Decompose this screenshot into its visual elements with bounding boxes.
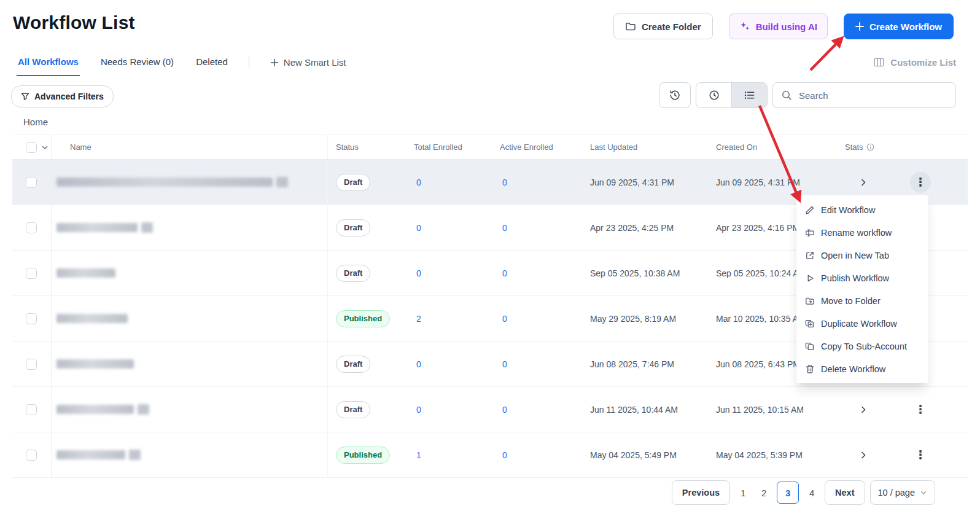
total-enrolled-link[interactable]: 1: [416, 450, 421, 460]
next-page-button[interactable]: Next: [825, 480, 865, 505]
advanced-filters-button[interactable]: Advanced Filters: [11, 85, 114, 107]
redacted-name: [56, 268, 115, 278]
column-active-enrolled: Active Enrolled: [495, 142, 584, 152]
columns-icon: [873, 57, 885, 68]
menu-item-open-new-tab[interactable]: Open in New Tab: [796, 244, 928, 267]
build-using-ai-button[interactable]: Build using AI: [729, 14, 828, 39]
row-checkbox[interactable]: [26, 222, 37, 233]
row-checkbox[interactable]: [26, 177, 37, 188]
redacted-name: [56, 178, 273, 187]
previous-page-button[interactable]: Previous: [672, 480, 730, 505]
breadcrumb[interactable]: Home: [23, 117, 48, 127]
header-actions: Create Folder Build using AI Create Work…: [613, 14, 954, 39]
table-row[interactable]: Published 1 0 May 04 2025, 5:49 PM May 0…: [12, 432, 968, 478]
row-menu-button[interactable]: ⋮: [910, 172, 931, 193]
table-row[interactable]: Draft 0 0 Jun 11 2025, 10:44 AM Jun 11 2…: [12, 387, 968, 432]
view-controls: [659, 82, 956, 108]
menu-item-edit-workflow[interactable]: Edit Workflow: [796, 198, 928, 221]
rename-icon: [805, 228, 815, 238]
redacted-emoji: [276, 177, 288, 187]
active-enrolled-link[interactable]: 0: [502, 314, 507, 324]
last-updated-value: May 04 2025, 5:49 PM: [584, 450, 710, 460]
workflow-name[interactable]: [52, 251, 328, 295]
workflow-name[interactable]: [52, 296, 328, 341]
active-enrolled-link[interactable]: 0: [502, 268, 507, 278]
workflow-name[interactable]: [52, 342, 328, 386]
create-folder-button[interactable]: Create Folder: [613, 14, 713, 39]
active-enrolled-link[interactable]: 0: [502, 450, 507, 460]
page-number-2[interactable]: 2: [756, 482, 772, 503]
page-number-4[interactable]: 4: [804, 482, 820, 503]
row-context-menu: Edit Workflow Rename workflow Open in Ne…: [796, 195, 928, 383]
status-badge: Draft: [336, 401, 370, 418]
menu-item-publish-workflow[interactable]: Publish Workflow: [796, 267, 928, 289]
row-checkbox[interactable]: [26, 268, 37, 279]
status-badge: Draft: [336, 356, 370, 373]
active-enrolled-link[interactable]: 0: [502, 359, 507, 369]
row-checkbox[interactable]: [26, 359, 37, 370]
page-number-1[interactable]: 1: [735, 482, 751, 503]
kebab-icon: ⋮: [915, 176, 927, 188]
stats-expand-chevron[interactable]: [858, 405, 868, 415]
redacted-name: [56, 314, 128, 323]
created-on-value: Jun 11 2025, 10:15 AM: [710, 405, 839, 415]
row-menu-button[interactable]: ⋮: [910, 399, 931, 420]
workflow-name[interactable]: [52, 160, 328, 205]
total-enrolled-link[interactable]: 0: [416, 223, 421, 233]
total-enrolled-link[interactable]: 0: [416, 359, 421, 369]
row-checkbox[interactable]: [26, 404, 37, 415]
workflow-name[interactable]: [52, 432, 328, 477]
active-enrolled-link[interactable]: 0: [502, 405, 507, 415]
stats-expand-chevron[interactable]: [858, 450, 868, 460]
filter-funnel-icon: [21, 92, 29, 101]
workflow-name[interactable]: [52, 387, 328, 432]
total-enrolled-link[interactable]: 0: [416, 178, 421, 187]
last-updated-value: May 29 2025, 8:19 AM: [584, 314, 710, 324]
row-checkbox[interactable]: [26, 450, 37, 461]
history-button[interactable]: [659, 82, 691, 108]
tab-needs-review[interactable]: Needs Review (0): [99, 53, 175, 76]
create-workflow-button[interactable]: Create Workflow: [844, 14, 954, 39]
menu-item-duplicate-workflow[interactable]: Duplicate Workflow: [796, 312, 928, 335]
last-updated-value: Jun 08 2025, 7:46 PM: [584, 359, 710, 369]
last-updated-value: Jun 11 2025, 10:44 AM: [584, 405, 710, 415]
active-enrolled-link[interactable]: 0: [502, 223, 507, 233]
play-icon: [805, 273, 815, 283]
page-size-select[interactable]: 10 / page: [870, 480, 935, 505]
stats-expand-chevron[interactable]: [858, 178, 868, 187]
sparkles-icon: [739, 21, 750, 32]
new-smart-list-label: New Smart List: [284, 57, 346, 68]
list-view-button[interactable]: [731, 83, 767, 107]
status-badge: Draft: [336, 265, 370, 282]
new-smart-list-button[interactable]: New Smart List: [269, 53, 348, 76]
chevron-down-icon[interactable]: [41, 144, 49, 151]
page-number-3[interactable]: 3: [777, 482, 799, 504]
row-menu-button[interactable]: ⋮: [910, 445, 931, 466]
created-on-value: Jun 09 2025, 4:31 PM: [710, 178, 839, 187]
last-updated-value: Sep 05 2025, 10:38 AM: [584, 268, 710, 278]
customize-list-button[interactable]: Customize List: [873, 57, 956, 68]
menu-item-copy-to-sub-account[interactable]: Copy To Sub-Account: [796, 335, 928, 357]
row-checkbox[interactable]: [26, 313, 37, 324]
menu-item-delete-workflow[interactable]: Delete Workflow: [796, 357, 928, 380]
info-icon[interactable]: [866, 143, 874, 151]
workflow-name[interactable]: [52, 205, 328, 250]
column-stats: Stats: [845, 142, 863, 152]
redacted-emoji: [129, 450, 141, 460]
total-enrolled-link[interactable]: 2: [416, 314, 421, 324]
recent-view-button[interactable]: [696, 83, 731, 107]
customize-list-label: Customize List: [890, 57, 956, 68]
column-last-updated: Last Updated: [584, 142, 710, 152]
tab-deleted[interactable]: Deleted: [195, 53, 229, 76]
status-badge: Published: [336, 447, 390, 464]
search-input[interactable]: [798, 90, 947, 101]
view-mode-toggle: [696, 82, 768, 108]
tab-divider: [249, 57, 249, 69]
total-enrolled-link[interactable]: 0: [416, 405, 421, 415]
select-all-checkbox[interactable]: [26, 142, 37, 153]
menu-item-move-to-folder[interactable]: Move to Folder: [796, 289, 928, 312]
active-enrolled-link[interactable]: 0: [502, 178, 507, 187]
tab-all-workflows[interactable]: All Workflows: [17, 53, 80, 76]
menu-item-rename-workflow[interactable]: Rename workflow: [796, 221, 928, 244]
total-enrolled-link[interactable]: 0: [416, 268, 421, 278]
